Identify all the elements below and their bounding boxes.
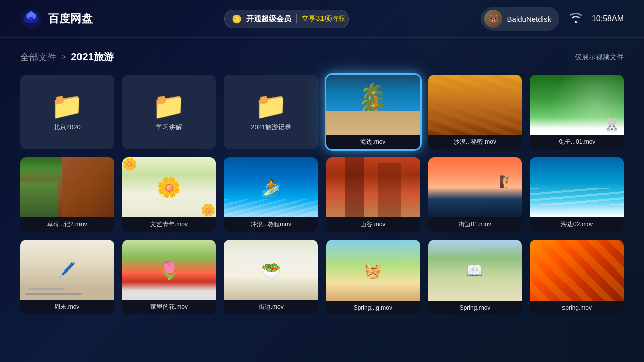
video-label: 冲浪...教程mov (224, 217, 318, 232)
folder-icon: 📁 (255, 93, 287, 119)
video-item-surf[interactable]: 🏄 冲浪...教程mov (224, 157, 318, 232)
logo-text: 百度网盘 (48, 11, 93, 26)
video-thumbnail-rabbit: 🐰 (530, 75, 624, 135)
user-info[interactable]: 🐻 BaiduNetdisk (481, 7, 559, 31)
vip-main-text: 开通超级会员 (246, 14, 291, 24)
wifi-icon (570, 13, 582, 25)
video-label: 兔子...01.mov (530, 135, 624, 149)
video-item-beach[interactable]: 🌴 海边.mov (326, 75, 420, 149)
video-thumbnail-arts: 🌼 🌼 🌼 (122, 157, 216, 217)
video-thumbnail-spring: 📖 (428, 240, 522, 301)
video-label: Spring...g.mov (326, 301, 420, 314)
video-item-home-flowers[interactable]: 🌷 家里的花.mov (122, 240, 216, 314)
file-grid: 📁 北京2020 📁 学习讲解 📁 2021旅游记录 🌴 海边.mov 沙漠..… (20, 75, 624, 314)
video-item-spring[interactable]: 📖 Spring.mov (428, 240, 522, 314)
video-item-weekend[interactable]: 🖊️ 周末.mov (20, 240, 114, 314)
video-thumbnail-street01: 🧗 (428, 157, 522, 217)
video-label: 海边02.mov (530, 217, 624, 232)
main-content: 全部文件 > 2021旅游 仅展示视频文件 📁 北京2020 📁 学习讲解 📁 … (0, 38, 644, 327)
vip-coin-icon: 🪙 (232, 14, 242, 24)
video-thumbnail-weekend: 🖊️ (20, 240, 114, 300)
video-item-arts[interactable]: 🌼 🌼 🌼 文艺青年.mov (122, 157, 216, 232)
breadcrumb-separator: > (61, 53, 66, 62)
folder-item-2021[interactable]: 📁 2021旅游记录 (224, 75, 318, 149)
video-item-springg[interactable]: 🧺 Spring...g.mov (326, 240, 420, 314)
vip-banner[interactable]: 🪙 开通超级会员 立享31项特权 (224, 10, 349, 28)
video-label: 海边.mov (326, 135, 420, 149)
vip-divider (296, 14, 297, 23)
video-label: 山谷.mov (326, 217, 420, 232)
video-thumbnail-street: 🥗 (224, 240, 318, 300)
video-label: 文艺青年.mov (122, 217, 216, 232)
video-thumbnail-surf: 🏄 (224, 157, 318, 217)
video-label: 周末.mov (20, 300, 114, 314)
video-item-street01[interactable]: 🧗 街边01.mov (428, 157, 522, 232)
user-area: 🐻 BaiduNetdisk 10:58AM (481, 7, 624, 31)
video-item-rabbit[interactable]: 🐰 兔子...01.mov (530, 75, 624, 149)
video-thumbnail-canyon (326, 157, 420, 217)
baidu-logo-icon (20, 8, 42, 30)
video-item-desert[interactable]: 沙漠...秘密.mov (428, 75, 522, 149)
folder-item-study[interactable]: 📁 学习讲解 (122, 75, 216, 149)
video-thumbnail-desert (428, 75, 522, 135)
breadcrumb-left: 全部文件 > 2021旅游 (20, 50, 114, 64)
svg-point-4 (29, 17, 33, 21)
vip-sub-text: 立享31项特权 (302, 14, 345, 23)
video-label: Spring.mov (428, 301, 522, 314)
folder-item-beijing[interactable]: 📁 北京2020 (20, 75, 114, 149)
logo-area: 百度网盘 (20, 8, 93, 30)
video-item-spring-lower[interactable]: spring.mov (530, 240, 624, 314)
video-label: 家里的花.mov (122, 300, 216, 314)
video-thumbnail-home-flowers: 🌷 (122, 240, 216, 300)
video-label: 街边01.mov (428, 217, 522, 232)
folder-label: 北京2020 (20, 123, 114, 132)
folder-label: 学习讲解 (122, 123, 216, 132)
svg-point-3 (29, 11, 34, 17)
time-display: 10:58AM (592, 14, 624, 23)
video-item-strawberry[interactable]: 草莓...记2.mov (20, 157, 114, 232)
video-label: spring.mov (530, 301, 624, 314)
folder-label: 2021旅游记录 (224, 123, 318, 132)
video-thumbnail-springg: 🧺 (326, 240, 420, 301)
username: BaiduNetdisk (507, 15, 551, 23)
video-thumbnail-strawberry (20, 157, 114, 217)
view-filter-button[interactable]: 仅展示视频文件 (575, 53, 624, 62)
folder-icon: 📁 (51, 93, 84, 119)
video-label: 草莓...记2.mov (20, 217, 114, 232)
video-thumbnail-spring-lower (530, 240, 624, 301)
app-header: 百度网盘 🪙 开通超级会员 立享31项特权 🐻 BaiduNetdisk 10:… (0, 0, 644, 38)
video-item-beach02[interactable]: 海边02.mov (530, 157, 624, 232)
avatar: 🐻 (484, 10, 502, 28)
breadcrumb-root[interactable]: 全部文件 (20, 51, 56, 63)
breadcrumb-bar: 全部文件 > 2021旅游 仅展示视频文件 (20, 50, 624, 64)
video-label: 沙漠...秘密.mov (428, 135, 522, 149)
video-item-canyon[interactable]: 山谷.mov (326, 157, 420, 232)
breadcrumb-current: 2021旅游 (71, 50, 114, 64)
video-thumbnail-beach02 (530, 157, 624, 217)
video-thumbnail-beach: 🌴 (326, 75, 420, 135)
video-label: 街边.mov (224, 300, 318, 314)
folder-icon: 📁 (152, 93, 185, 119)
video-item-street[interactable]: 🥗 街边.mov (224, 240, 318, 314)
